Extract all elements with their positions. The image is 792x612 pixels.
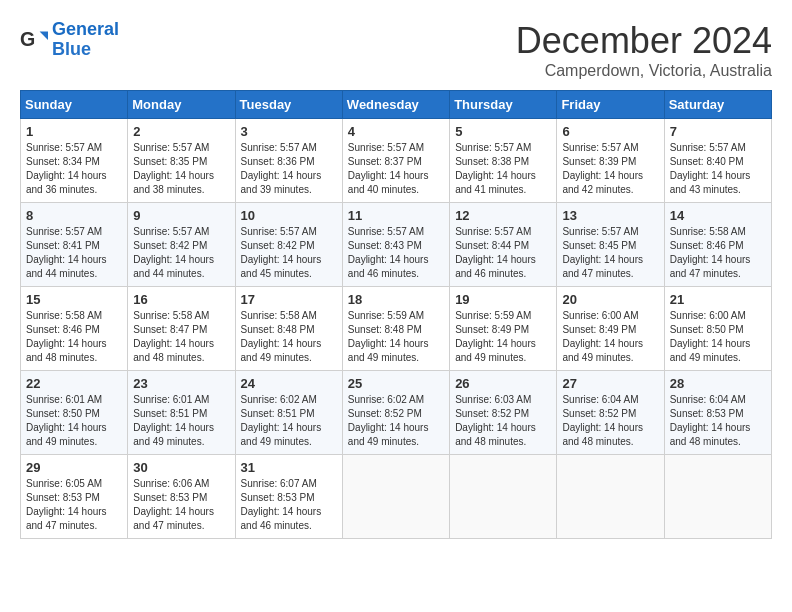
cell-info: Sunrise: 5:57 AMSunset: 8:43 PMDaylight:… bbox=[348, 226, 429, 279]
calendar-cell: 12 Sunrise: 5:57 AMSunset: 8:44 PMDaylig… bbox=[450, 203, 557, 287]
calendar-cell: 11 Sunrise: 5:57 AMSunset: 8:43 PMDaylig… bbox=[342, 203, 449, 287]
week-row-1: 1 Sunrise: 5:57 AMSunset: 8:34 PMDayligh… bbox=[21, 119, 772, 203]
day-number: 21 bbox=[670, 292, 766, 307]
day-header-monday: Monday bbox=[128, 91, 235, 119]
cell-info: Sunrise: 5:57 AMSunset: 8:42 PMDaylight:… bbox=[133, 226, 214, 279]
month-title: December 2024 bbox=[516, 20, 772, 62]
day-number: 22 bbox=[26, 376, 122, 391]
day-number: 19 bbox=[455, 292, 551, 307]
day-header-sunday: Sunday bbox=[21, 91, 128, 119]
week-row-5: 29 Sunrise: 6:05 AMSunset: 8:53 PMDaylig… bbox=[21, 455, 772, 539]
day-number: 24 bbox=[241, 376, 337, 391]
calendar-cell: 7 Sunrise: 5:57 AMSunset: 8:40 PMDayligh… bbox=[664, 119, 771, 203]
day-number: 8 bbox=[26, 208, 122, 223]
calendar-cell: 17 Sunrise: 5:58 AMSunset: 8:48 PMDaylig… bbox=[235, 287, 342, 371]
calendar-cell: 27 Sunrise: 6:04 AMSunset: 8:52 PMDaylig… bbox=[557, 371, 664, 455]
day-number: 10 bbox=[241, 208, 337, 223]
title-block: December 2024 Camperdown, Victoria, Aust… bbox=[516, 20, 772, 80]
day-header-friday: Friday bbox=[557, 91, 664, 119]
cell-info: Sunrise: 6:01 AMSunset: 8:51 PMDaylight:… bbox=[133, 394, 214, 447]
logo-icon: G bbox=[20, 26, 48, 54]
calendar-table: SundayMondayTuesdayWednesdayThursdayFrid… bbox=[20, 90, 772, 539]
day-number: 17 bbox=[241, 292, 337, 307]
day-number: 9 bbox=[133, 208, 229, 223]
cell-info: Sunrise: 6:02 AMSunset: 8:51 PMDaylight:… bbox=[241, 394, 322, 447]
calendar-cell: 6 Sunrise: 5:57 AMSunset: 8:39 PMDayligh… bbox=[557, 119, 664, 203]
calendar-cell: 18 Sunrise: 5:59 AMSunset: 8:48 PMDaylig… bbox=[342, 287, 449, 371]
calendar-cell: 8 Sunrise: 5:57 AMSunset: 8:41 PMDayligh… bbox=[21, 203, 128, 287]
day-number: 15 bbox=[26, 292, 122, 307]
cell-info: Sunrise: 5:57 AMSunset: 8:40 PMDaylight:… bbox=[670, 142, 751, 195]
cell-info: Sunrise: 6:06 AMSunset: 8:53 PMDaylight:… bbox=[133, 478, 214, 531]
calendar-cell: 21 Sunrise: 6:00 AMSunset: 8:50 PMDaylig… bbox=[664, 287, 771, 371]
logo-line2: Blue bbox=[52, 39, 91, 59]
logo: G General Blue bbox=[20, 20, 119, 60]
cell-info: Sunrise: 6:04 AMSunset: 8:53 PMDaylight:… bbox=[670, 394, 751, 447]
calendar-cell: 15 Sunrise: 5:58 AMSunset: 8:46 PMDaylig… bbox=[21, 287, 128, 371]
calendar-cell: 20 Sunrise: 6:00 AMSunset: 8:49 PMDaylig… bbox=[557, 287, 664, 371]
cell-info: Sunrise: 6:01 AMSunset: 8:50 PMDaylight:… bbox=[26, 394, 107, 447]
calendar-cell: 5 Sunrise: 5:57 AMSunset: 8:38 PMDayligh… bbox=[450, 119, 557, 203]
calendar-cell bbox=[664, 455, 771, 539]
cell-info: Sunrise: 5:58 AMSunset: 8:47 PMDaylight:… bbox=[133, 310, 214, 363]
cell-info: Sunrise: 5:58 AMSunset: 8:46 PMDaylight:… bbox=[670, 226, 751, 279]
cell-info: Sunrise: 5:58 AMSunset: 8:48 PMDaylight:… bbox=[241, 310, 322, 363]
day-header-saturday: Saturday bbox=[664, 91, 771, 119]
cell-info: Sunrise: 6:05 AMSunset: 8:53 PMDaylight:… bbox=[26, 478, 107, 531]
day-number: 4 bbox=[348, 124, 444, 139]
location: Camperdown, Victoria, Australia bbox=[516, 62, 772, 80]
cell-info: Sunrise: 5:57 AMSunset: 8:44 PMDaylight:… bbox=[455, 226, 536, 279]
cell-info: Sunrise: 5:57 AMSunset: 8:41 PMDaylight:… bbox=[26, 226, 107, 279]
cell-info: Sunrise: 5:57 AMSunset: 8:45 PMDaylight:… bbox=[562, 226, 643, 279]
calendar-cell: 10 Sunrise: 5:57 AMSunset: 8:42 PMDaylig… bbox=[235, 203, 342, 287]
page-header: G General Blue December 2024 Camperdown,… bbox=[20, 20, 772, 80]
day-number: 29 bbox=[26, 460, 122, 475]
week-row-4: 22 Sunrise: 6:01 AMSunset: 8:50 PMDaylig… bbox=[21, 371, 772, 455]
week-row-2: 8 Sunrise: 5:57 AMSunset: 8:41 PMDayligh… bbox=[21, 203, 772, 287]
day-number: 11 bbox=[348, 208, 444, 223]
cell-info: Sunrise: 5:57 AMSunset: 8:35 PMDaylight:… bbox=[133, 142, 214, 195]
day-number: 18 bbox=[348, 292, 444, 307]
cell-info: Sunrise: 5:59 AMSunset: 8:49 PMDaylight:… bbox=[455, 310, 536, 363]
calendar-cell: 4 Sunrise: 5:57 AMSunset: 8:37 PMDayligh… bbox=[342, 119, 449, 203]
day-number: 13 bbox=[562, 208, 658, 223]
cell-info: Sunrise: 6:00 AMSunset: 8:50 PMDaylight:… bbox=[670, 310, 751, 363]
day-number: 16 bbox=[133, 292, 229, 307]
calendar-cell: 14 Sunrise: 5:58 AMSunset: 8:46 PMDaylig… bbox=[664, 203, 771, 287]
week-row-3: 15 Sunrise: 5:58 AMSunset: 8:46 PMDaylig… bbox=[21, 287, 772, 371]
calendar-cell: 9 Sunrise: 5:57 AMSunset: 8:42 PMDayligh… bbox=[128, 203, 235, 287]
day-number: 31 bbox=[241, 460, 337, 475]
calendar-cell: 2 Sunrise: 5:57 AMSunset: 8:35 PMDayligh… bbox=[128, 119, 235, 203]
svg-text:G: G bbox=[20, 27, 35, 49]
cell-info: Sunrise: 6:07 AMSunset: 8:53 PMDaylight:… bbox=[241, 478, 322, 531]
day-number: 2 bbox=[133, 124, 229, 139]
day-number: 23 bbox=[133, 376, 229, 391]
day-header-tuesday: Tuesday bbox=[235, 91, 342, 119]
cell-info: Sunrise: 5:57 AMSunset: 8:39 PMDaylight:… bbox=[562, 142, 643, 195]
day-number: 14 bbox=[670, 208, 766, 223]
cell-info: Sunrise: 5:57 AMSunset: 8:34 PMDaylight:… bbox=[26, 142, 107, 195]
day-number: 12 bbox=[455, 208, 551, 223]
day-number: 30 bbox=[133, 460, 229, 475]
calendar-cell: 19 Sunrise: 5:59 AMSunset: 8:49 PMDaylig… bbox=[450, 287, 557, 371]
calendar-cell: 23 Sunrise: 6:01 AMSunset: 8:51 PMDaylig… bbox=[128, 371, 235, 455]
calendar-cell: 16 Sunrise: 5:58 AMSunset: 8:47 PMDaylig… bbox=[128, 287, 235, 371]
cell-info: Sunrise: 5:57 AMSunset: 8:42 PMDaylight:… bbox=[241, 226, 322, 279]
day-number: 7 bbox=[670, 124, 766, 139]
day-number: 5 bbox=[455, 124, 551, 139]
cell-info: Sunrise: 5:57 AMSunset: 8:37 PMDaylight:… bbox=[348, 142, 429, 195]
calendar-cell: 31 Sunrise: 6:07 AMSunset: 8:53 PMDaylig… bbox=[235, 455, 342, 539]
day-number: 20 bbox=[562, 292, 658, 307]
logo-line1: General bbox=[52, 19, 119, 39]
calendar-cell: 3 Sunrise: 5:57 AMSunset: 8:36 PMDayligh… bbox=[235, 119, 342, 203]
day-number: 28 bbox=[670, 376, 766, 391]
calendar-cell: 29 Sunrise: 6:05 AMSunset: 8:53 PMDaylig… bbox=[21, 455, 128, 539]
day-header-thursday: Thursday bbox=[450, 91, 557, 119]
cell-info: Sunrise: 6:02 AMSunset: 8:52 PMDaylight:… bbox=[348, 394, 429, 447]
calendar-cell: 25 Sunrise: 6:02 AMSunset: 8:52 PMDaylig… bbox=[342, 371, 449, 455]
cell-info: Sunrise: 5:59 AMSunset: 8:48 PMDaylight:… bbox=[348, 310, 429, 363]
day-number: 6 bbox=[562, 124, 658, 139]
day-number: 1 bbox=[26, 124, 122, 139]
calendar-cell bbox=[342, 455, 449, 539]
cell-info: Sunrise: 6:04 AMSunset: 8:52 PMDaylight:… bbox=[562, 394, 643, 447]
